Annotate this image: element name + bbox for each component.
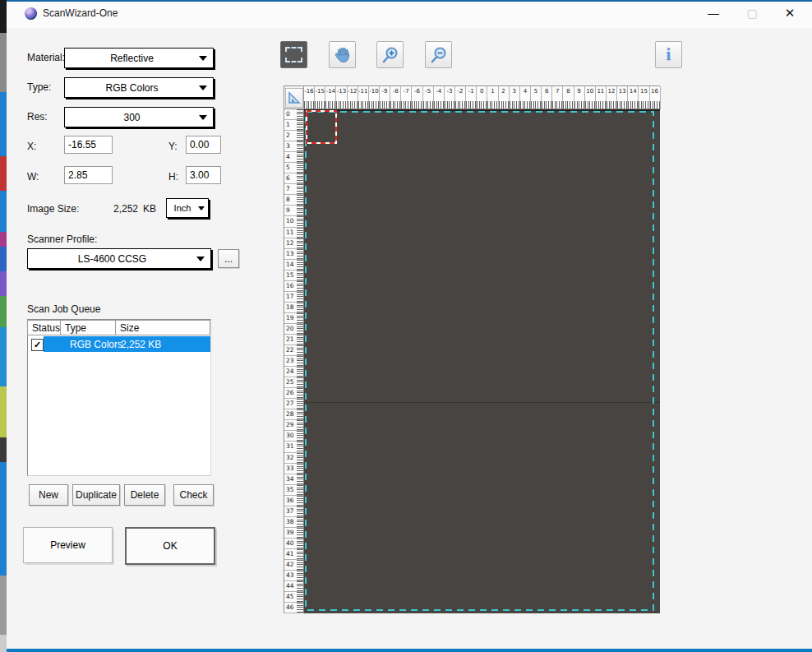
duplicate-button[interactable]: Duplicate — [72, 484, 120, 506]
v-ruler-cell: 42 — [284, 560, 303, 571]
info-icon: i — [667, 44, 671, 65]
h-ruler-cell: 12 — [607, 86, 617, 109]
y-input[interactable] — [186, 136, 221, 154]
queue-row[interactable]: ✓RGB Colors2,252 KB — [28, 336, 210, 352]
v-ruler-cell: 24 — [284, 367, 303, 377]
h-ruler-cell: 8 — [563, 86, 574, 109]
h-ruler-cell: 0 — [477, 86, 487, 109]
h-ruler-cell: 10 — [585, 86, 596, 109]
material-dropdown[interactable]: Reflective — [64, 48, 214, 68]
h-ruler-cell: 15 — [639, 86, 649, 109]
h-ruler-cell: -5 — [423, 86, 434, 109]
h-ruler-cell: 9 — [574, 86, 585, 109]
v-ruler-cell: 45 — [284, 592, 303, 603]
w-label: W: — [27, 171, 39, 183]
v-ruler-cell: 32 — [284, 453, 303, 464]
v-ruler-cell: 11 — [284, 228, 303, 238]
h-input[interactable] — [186, 166, 221, 184]
window-title: ScanWizard-One — [43, 7, 118, 19]
h-ruler-cell: -7 — [401, 86, 412, 109]
scan-job-queue-table[interactable]: Status Type Size ✓RGB Colors2,252 KB — [27, 319, 211, 476]
ruler-corner[interactable] — [284, 86, 304, 109]
info-tool[interactable]: i — [655, 41, 682, 68]
h-ruler-cell: 7 — [552, 86, 563, 109]
zoom-out-tool[interactable] — [425, 41, 452, 68]
v-ruler-cell: 37 — [284, 506, 303, 517]
image-size-value: 2,252 — [107, 203, 138, 215]
chevron-down-icon — [199, 86, 207, 90]
zoom-in-tool[interactable] — [376, 41, 404, 68]
v-ruler-cell: 29 — [284, 420, 303, 431]
column-header-status[interactable]: Status — [27, 320, 61, 335]
row-size: 2,252 KB — [121, 339, 161, 350]
res-value: 300 — [65, 112, 199, 123]
window-bottom-border — [7, 649, 812, 652]
v-ruler-cell: 8 — [284, 195, 303, 206]
chevron-down-icon — [196, 257, 205, 261]
pan-hand-tool[interactable] — [329, 41, 356, 68]
w-input[interactable] — [64, 166, 113, 184]
preview-button[interactable]: Preview — [23, 527, 113, 563]
close-button[interactable]: ✕ — [771, 0, 809, 26]
type-label: Type: — [27, 81, 51, 93]
horizontal-ruler: -16-15-14-13-12-11-10-9-8-7-6-5-4-3-2-10… — [304, 86, 661, 109]
type-dropdown[interactable]: RGB Colors — [64, 77, 214, 98]
h-ruler-cell: 13 — [617, 86, 628, 109]
v-ruler-cell: 25 — [284, 377, 303, 388]
set-square-ruler-icon — [288, 91, 301, 104]
res-dropdown[interactable]: 300 — [64, 107, 214, 127]
chevron-down-icon — [199, 115, 207, 120]
h-ruler-cell: -14 — [325, 86, 336, 109]
check-button[interactable]: Check — [173, 484, 214, 506]
v-ruler-cell: 3 — [284, 141, 303, 152]
column-header-type[interactable]: Type — [61, 320, 116, 335]
hand-icon — [334, 46, 352, 64]
marquee-select-tool[interactable] — [280, 41, 307, 68]
v-ruler-cell: 35 — [284, 485, 303, 496]
scanner-profile-dropdown[interactable]: LS-4600 CCSG — [27, 248, 211, 269]
v-ruler-cell: 34 — [284, 474, 303, 485]
minimize-button[interactable]: — — [694, 0, 732, 26]
v-ruler-cell: 18 — [284, 303, 303, 313]
v-ruler-cell: 30 — [284, 431, 303, 442]
delete-button[interactable]: Delete — [124, 484, 165, 506]
h-ruler-cell: -16 — [304, 86, 315, 109]
row-checkbox[interactable]: ✓ — [31, 339, 44, 351]
h-ruler-cell: 3 — [510, 86, 520, 109]
scan-preview-canvas[interactable] — [304, 109, 660, 613]
new-button[interactable]: New — [29, 484, 68, 506]
v-ruler-cell: 15 — [284, 271, 303, 281]
h-ruler-cell: -4 — [434, 86, 445, 109]
h-ruler-cell: -11 — [358, 86, 369, 109]
selection-marquee[interactable] — [304, 109, 353, 150]
zoom-in-icon — [381, 46, 399, 64]
v-ruler-cell: 40 — [284, 539, 303, 549]
units-dropdown[interactable]: Inch — [166, 198, 209, 218]
h-ruler-cell: 14 — [628, 86, 639, 109]
h-ruler-cell: 1 — [487, 86, 498, 109]
preview-pane: -16-15-14-13-12-11-10-9-8-7-6-5-4-3-2-10… — [284, 86, 660, 613]
v-ruler-cell: 46 — [284, 603, 303, 613]
h-ruler-cell: -1 — [466, 86, 477, 109]
v-ruler-cell: 44 — [284, 581, 303, 592]
zoom-out-icon — [430, 46, 448, 64]
marquee-icon — [285, 47, 302, 62]
y-label: Y: — [168, 141, 178, 152]
h-ruler-cell: 16 — [650, 86, 661, 109]
v-ruler-cell: 39 — [284, 528, 303, 539]
h-ruler-cell: -6 — [412, 86, 422, 109]
x-input[interactable] — [64, 136, 113, 154]
v-ruler-cell: 1 — [284, 120, 303, 131]
h-ruler-cell: -9 — [380, 86, 390, 109]
column-header-size[interactable]: Size — [116, 320, 210, 335]
ok-button[interactable]: OK — [125, 527, 215, 565]
v-ruler-cell: 6 — [284, 173, 303, 184]
row-selection-bar[interactable]: RGB Colors2,252 KB — [44, 336, 210, 352]
v-ruler-cell: 14 — [284, 260, 303, 271]
title-bar — [7, 2, 812, 28]
h-ruler-cell: 11 — [596, 86, 607, 109]
v-ruler-cell: 19 — [284, 313, 303, 324]
browse-profile-button[interactable]: ... — [218, 249, 239, 268]
v-ruler-cell: 21 — [284, 335, 303, 345]
v-ruler-cell: 9 — [284, 206, 303, 216]
